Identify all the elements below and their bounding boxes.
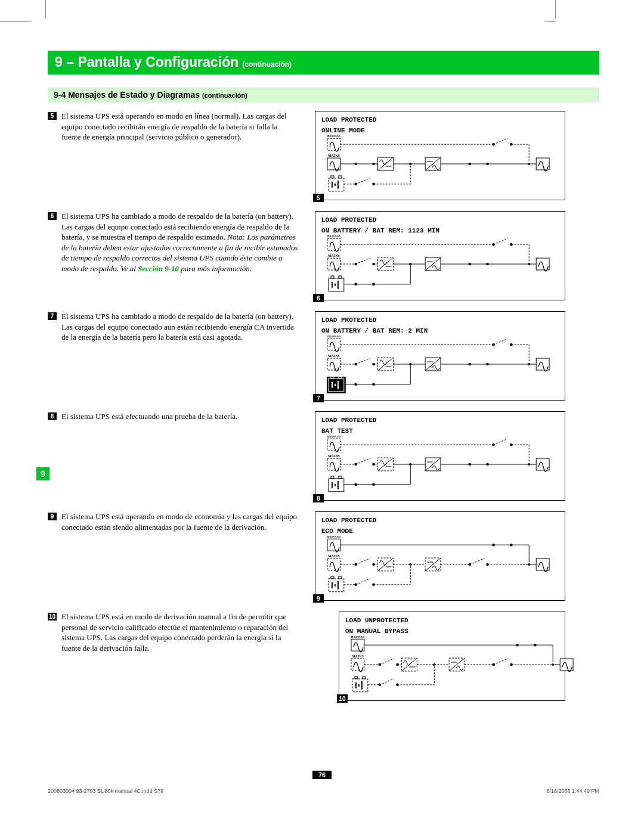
diagram-number-badge: 10 [337, 694, 348, 703]
svg-point-179 [492, 663, 495, 666]
print-footer: 200803004 93-2793 SU80k manual 4C.indd S… [48, 788, 599, 794]
svg-text:BYPASS: BYPASS [327, 235, 341, 238]
lcd-diagram: LOAD PROTECTEDECO MODE BYPASS MAINS 9 [315, 511, 565, 601]
page-number: 76 [0, 770, 644, 780]
lcd-line2: ON BATTERY / BAT REM: 2 MIN [321, 327, 559, 334]
lcd-line1: LOAD PROTECTED [321, 216, 559, 224]
svg-line-106 [494, 439, 508, 445]
item-number-badge: 8 [48, 412, 57, 420]
svg-line-30 [356, 178, 370, 184]
svg-line-75 [494, 339, 508, 345]
svg-rect-129 [329, 579, 344, 592]
section-number: 9 [55, 54, 63, 70]
svg-text:BYPASS: BYPASS [327, 436, 341, 438]
item-text: 8El sistema UPS está efectuando una prue… [48, 411, 298, 422]
svg-line-171 [380, 659, 394, 665]
lcd-diagram: LOAD PROTECTEDBAT TEST BYPASS MAINS 8 [315, 411, 565, 501]
svg-text:MAINS: MAINS [328, 354, 340, 358]
item-body: El sistema UPS está operando en modo de … [61, 511, 298, 532]
svg-rect-8 [331, 176, 334, 178]
svg-line-186 [380, 679, 394, 685]
svg-line-150 [470, 558, 484, 564]
diagram-number-badge: 7 [313, 394, 324, 402]
lcd-diagram: LOAD PROTECTEDONLINE MODE BYPASS MAINS 5 [315, 111, 565, 200]
lcd-line1: LOAD PROTECTED [321, 417, 559, 424]
footer-filename: 200803004 93-2793 SU80k manual 4C.indd S… [48, 788, 163, 794]
lcd-line1: LOAD PROTECTED [321, 316, 559, 324]
svg-rect-103 [339, 476, 342, 479]
item-body: El sistema UPS ha cambiado a modo de res… [61, 311, 298, 343]
lcd-line2: ON MANUAL BYPASS [345, 628, 559, 635]
lcd-line2: ON BATTERY / BAT REM: 1123 MIN [321, 227, 559, 234]
item-number-badge: 9 [48, 513, 57, 520]
svg-line-181 [494, 659, 508, 665]
svg-rect-9 [339, 176, 342, 178]
svg-rect-134 [339, 576, 342, 579]
item-number-badge: 10 [48, 613, 57, 620]
svg-line-46 [356, 258, 370, 264]
svg-rect-164 [355, 677, 358, 679]
svg-line-109 [356, 458, 370, 464]
lcd-line2: ECO MODE [321, 527, 559, 535]
section-title: Pantalla y Configuración [78, 54, 239, 70]
section-continued: (continuación) [242, 60, 292, 69]
item-body: El sistema UPS está en modo de derivació… [61, 612, 298, 653]
svg-text:MAINS: MAINS [352, 654, 364, 658]
item-text: 9El sistema UPS está operando en modo de… [48, 511, 298, 532]
lcd-line1: LOAD UNPROTECTED [345, 617, 559, 624]
lcd-line2: BAT TEST [321, 427, 559, 435]
svg-rect-40 [339, 276, 342, 278]
subsection-number: 9-4 [54, 90, 66, 100]
subsection-header: 9-4 Mensajes de Estado y Diagramas (cont… [48, 88, 599, 103]
svg-line-155 [356, 579, 370, 585]
diagram-number-badge: 9 [313, 594, 324, 603]
diagram-number-badge: 5 [313, 194, 324, 202]
item-body: El sistema UPS está operando en modo en … [61, 111, 298, 142]
crop-mark [0, 21, 31, 22]
item-number-badge: 7 [48, 312, 57, 320]
side-tab-chapter: 9 [36, 467, 49, 480]
lcd-diagram: LOAD UNPROTECTEDON MANUAL BYPASS BYPASS … [339, 612, 565, 701]
item-number-badge: 5 [48, 112, 57, 120]
svg-text:MAINS: MAINS [328, 554, 340, 558]
item-text: 10El sistema UPS está en modo de derivac… [48, 612, 298, 653]
diagram-number-badge: 8 [313, 494, 324, 502]
item-text: 5El sistema UPS está operando en modo en… [48, 111, 298, 142]
svg-point-153 [354, 584, 357, 587]
svg-line-12 [494, 138, 508, 144]
crop-mark [545, 21, 556, 22]
svg-point-148 [468, 563, 471, 566]
svg-text:MAINS: MAINS [328, 454, 340, 458]
subsection-title: Mensajes de Estado y Diagramas [68, 90, 200, 100]
svg-rect-165 [363, 677, 366, 679]
svg-text:BYPASS: BYPASS [327, 336, 341, 338]
crop-mark [45, 0, 46, 19]
lcd-diagram: LOAD PROTECTEDON BATTERY / BAT REM: 1123… [315, 211, 565, 300]
svg-point-28 [354, 183, 357, 186]
svg-rect-133 [331, 576, 334, 579]
svg-text:BYPASS: BYPASS [351, 636, 365, 638]
item-text: 7El sistema UPS ha cambiado a modo de re… [48, 311, 298, 343]
svg-text:MAINS: MAINS [328, 254, 340, 257]
svg-point-184 [378, 684, 381, 687]
svg-point-107 [354, 463, 357, 466]
svg-rect-4 [329, 178, 344, 191]
svg-rect-102 [331, 476, 334, 479]
lcd-diagram: LOAD PROTECTEDON BATTERY / BAT REM: 2 MI… [315, 311, 565, 401]
svg-rect-35 [329, 278, 344, 291]
lcd-line1: LOAD PROTECTED [321, 517, 559, 524]
svg-text:MAINS: MAINS [328, 154, 340, 157]
crop-mark [555, 0, 556, 19]
svg-rect-98 [329, 479, 344, 492]
svg-line-140 [356, 558, 370, 564]
item-number-badge: 6 [48, 212, 57, 220]
item-text: 6El sistema UPS ha cambiado a modo de re… [48, 211, 298, 274]
svg-text:BYPASS: BYPASS [327, 135, 341, 138]
svg-rect-67 [329, 378, 344, 392]
section-header: 9 – Pantalla y Configuración (continuaci… [48, 51, 599, 75]
svg-point-44 [354, 263, 357, 266]
svg-rect-160 [352, 679, 368, 692]
svg-line-43 [494, 238, 508, 244]
section-link[interactable]: Sección 9-10 [138, 264, 179, 273]
svg-point-76 [354, 363, 357, 366]
